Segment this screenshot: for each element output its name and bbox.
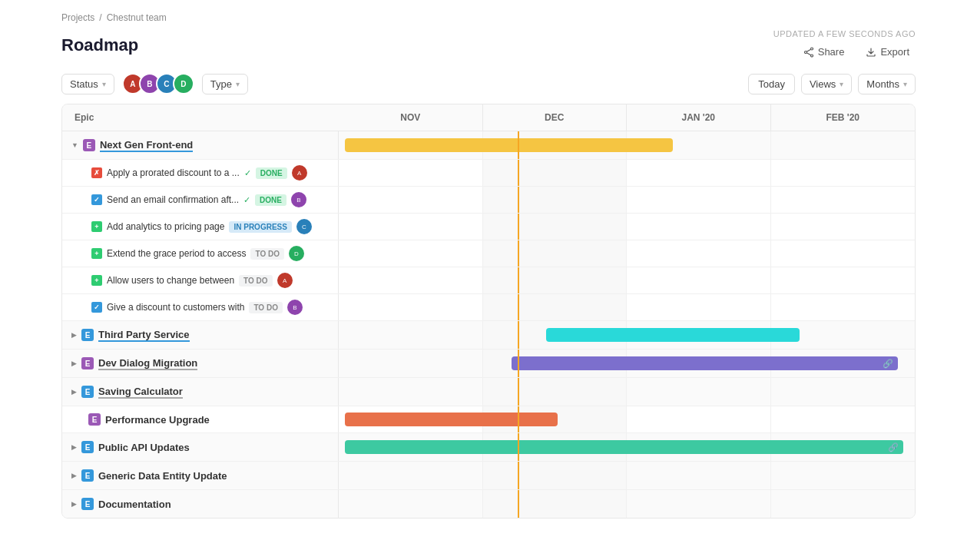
task-label-6: ✓ Give a discount to customers with TO D…	[62, 294, 339, 320]
month-feb: FEB '20	[771, 104, 916, 131]
epic-row-4[interactable]: ▶ E Saving Calculator	[62, 378, 915, 406]
share-label: Share	[818, 46, 845, 58]
avatar-group[interactable]: A B C D	[122, 73, 194, 94]
today-line-t6	[518, 294, 519, 320]
today-line-t3	[518, 214, 519, 240]
expand-icon-1[interactable]: ▼	[71, 141, 78, 149]
epic-name-5: Performance Upgrade	[105, 414, 210, 426]
month-nov: NOV	[339, 104, 483, 131]
epic-row-2[interactable]: ▶ E Third Party Service	[62, 321, 915, 350]
grid-bg-e8	[339, 490, 915, 518]
task-row-6: ✓ Give a discount to customers with TO D…	[62, 294, 915, 321]
epic-label-1: ▼ E Next Gen Front-end	[62, 131, 339, 159]
today-line-e7	[518, 462, 519, 489]
grid-bg-e7	[339, 462, 915, 489]
today-line-t5	[518, 267, 519, 293]
export-icon	[866, 47, 876, 58]
months-button[interactable]: Months ▾	[858, 74, 916, 94]
task-name-4: Extend the grace period to access	[107, 248, 246, 259]
svg-line-4	[806, 52, 810, 55]
expand-icon-8[interactable]: ▶	[71, 500, 77, 508]
page-title: Roadmap	[61, 35, 138, 55]
task-icon-2: ✓	[91, 194, 102, 205]
epic-row-5[interactable]: E Performance Upgrade	[62, 406, 915, 433]
epic-row-3[interactable]: ▶ E Dev Dialog Migration 🔗	[62, 350, 915, 378]
page: Projects / Chestnut team Roadmap UPDATED…	[0, 0, 977, 560]
task-name-6: Give a discount to customers with	[107, 302, 244, 313]
views-button[interactable]: Views ▾	[801, 74, 852, 94]
header-actions: Share Export	[797, 43, 916, 61]
bar-dev-dialog[interactable]: 🔗	[512, 356, 898, 370]
task-bar-2	[339, 187, 915, 213]
today-button[interactable]: Today	[748, 74, 795, 94]
grid-feb	[771, 131, 916, 159]
epic-icon-7: E	[81, 469, 94, 482]
link-icon-api: 🔗	[888, 442, 899, 452]
epic-bar-4	[339, 378, 915, 406]
avatar-4[interactable]: D	[173, 73, 194, 94]
expand-icon-2[interactable]: ▶	[71, 331, 77, 339]
task-bar-6	[339, 294, 915, 320]
toolbar: Status ▾ A B C D Type ▾ Today Views ▾ Mo…	[0, 73, 977, 94]
status-td-3: TO DO	[249, 302, 282, 313]
status-filter[interactable]: Status ▾	[61, 74, 114, 94]
task-label-4: + Extend the grace period to access TO D…	[62, 240, 339, 267]
expand-icon-4[interactable]: ▶	[71, 388, 77, 396]
svg-point-1	[804, 51, 806, 53]
grid-bg-t1	[339, 160, 915, 186]
epic-row-7[interactable]: ▶ E Generic Data Entity Update	[62, 462, 915, 490]
top-bar: Projects / Chestnut team Roadmap UPDATED…	[0, 0, 977, 61]
epic-name-3: Dev Dialog Migration	[98, 357, 197, 370]
gantt-header-epic-label: Epic	[62, 104, 339, 131]
epic-label-7: ▶ E Generic Data Entity Update	[62, 462, 339, 489]
today-line-e2	[518, 321, 519, 349]
status-td-2: TO DO	[239, 275, 272, 287]
epic-name-7: Generic Data Entity Update	[98, 470, 227, 482]
export-button[interactable]: Export	[859, 43, 916, 61]
epic-row-6[interactable]: ▶ E Public API Updates 🔗	[62, 433, 915, 462]
grid-bg-t3	[339, 214, 915, 240]
status-td-1: TO DO	[250, 248, 283, 260]
today-line-t1	[518, 160, 519, 186]
bar-performance[interactable]	[345, 413, 558, 426]
task-icon-6: ✓	[91, 302, 102, 313]
status-label: Status	[70, 78, 98, 90]
check-icon-2: ✓	[243, 195, 250, 205]
share-button[interactable]: Share	[797, 43, 851, 61]
bar-next-gen[interactable]	[345, 138, 674, 152]
assignee-3: C	[296, 219, 312, 234]
task-row-1: ✗ Apply a prorated discount to a ... ✓ D…	[62, 160, 915, 187]
today-line-e6	[518, 433, 519, 461]
task-name-3: Add analytics to pricing page	[107, 221, 224, 232]
expand-icon-3[interactable]: ▶	[71, 360, 77, 367]
grid-bg-t2	[339, 187, 915, 213]
gantt-header-months: NOV DEC JAN '20 FEB '20	[339, 104, 915, 131]
task-label-5: + Allow users to change between TO DO A	[62, 267, 339, 293]
epic-icon-4: E	[81, 386, 94, 398]
breadcrumb-projects[interactable]: Projects	[61, 12, 94, 23]
bar-public-api[interactable]: 🔗	[345, 440, 904, 454]
bar-third-party[interactable]	[546, 328, 800, 342]
epic-row-1[interactable]: ▼ E Next Gen Front-end	[62, 131, 915, 160]
task-bar-1	[339, 160, 915, 186]
expand-icon-7[interactable]: ▶	[71, 472, 77, 479]
epic-name-1: Next Gen Front-end	[100, 139, 193, 152]
today-line	[518, 131, 519, 159]
epic-icon-2: E	[81, 329, 94, 341]
task-name-2: Send an email confirmation aft...	[107, 194, 239, 205]
expand-icon-6[interactable]: ▶	[71, 443, 77, 451]
header-row: Roadmap UPDATED A FEW SECONDS AGO Share	[61, 29, 916, 61]
assignee-4: D	[289, 246, 304, 261]
assignee-6: B	[287, 300, 303, 315]
epic-row-8[interactable]: ▶ E Documentation	[62, 490, 915, 518]
epic-name-6: Public API Updates	[98, 442, 190, 453]
epic-label-5: E Performance Upgrade	[62, 406, 339, 432]
epic-bar-3: 🔗	[339, 350, 915, 377]
task-bar-5	[339, 267, 915, 293]
type-filter[interactable]: Type ▾	[202, 74, 248, 94]
epic-icon-1: E	[83, 139, 95, 151]
task-icon-4: +	[91, 248, 102, 259]
status-chevron: ▾	[102, 80, 106, 88]
assignee-1: A	[292, 165, 307, 181]
toolbar-right: Today Views ▾ Months ▾	[748, 74, 916, 94]
